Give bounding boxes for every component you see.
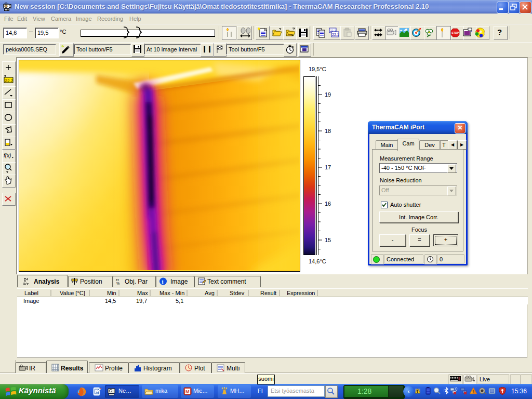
svg-text:Analysis: Analysis: [34, 278, 60, 285]
svg-text:STOP: STOP: [451, 31, 459, 34]
svg-text:%: %: [116, 282, 119, 285]
svg-text:22.7: 22.7: [5, 78, 14, 83]
svg-text:i: i: [162, 278, 164, 285]
svg-text:!: !: [472, 389, 474, 394]
svg-text:Histogram: Histogram: [143, 365, 172, 372]
svg-text:Results: Results: [61, 365, 84, 372]
svg-text:ετ: ετ: [116, 278, 119, 282]
svg-text:Profile: Profile: [105, 365, 123, 372]
svg-text:IR: IR: [29, 365, 35, 372]
svg-text:M: M: [185, 389, 190, 394]
svg-text:Multi: Multi: [227, 365, 240, 372]
svg-text:Position: Position: [80, 278, 102, 285]
svg-text:.img: .img: [287, 33, 294, 36]
svg-text:Obj. Par: Obj. Par: [125, 278, 148, 285]
svg-text:Image: Image: [170, 278, 188, 285]
svg-text:Plot: Plot: [194, 365, 205, 372]
svg-text:?: ?: [497, 28, 502, 36]
svg-text:Text comment: Text comment: [207, 278, 246, 285]
svg-text:f(x): f(x): [4, 153, 11, 158]
svg-text:!: !: [417, 390, 418, 393]
svg-text:22.1: 22.1: [332, 33, 339, 36]
